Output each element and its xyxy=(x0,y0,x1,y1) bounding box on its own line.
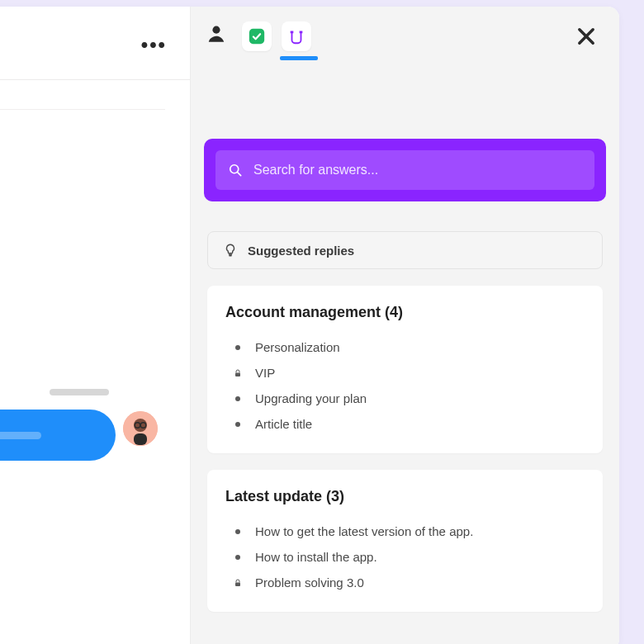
lightbulb-icon xyxy=(223,243,238,258)
search-icon xyxy=(227,162,244,178)
bullet-icon xyxy=(232,422,244,427)
article-label: Article title xyxy=(255,417,312,431)
article-item[interactable]: Personalization xyxy=(225,334,585,360)
avatar-illustration-icon xyxy=(123,411,158,446)
person-icon[interactable] xyxy=(206,23,227,45)
knowledge-panel: Search for answers... Suggested replies … xyxy=(190,7,619,644)
article-label: How to get the latest version of the app… xyxy=(255,524,473,538)
article-item[interactable]: How to install the app. xyxy=(225,544,585,570)
tab-app-help[interactable] xyxy=(282,21,311,51)
bullet-icon xyxy=(232,345,244,350)
section-title: Latest update (3) xyxy=(225,488,585,505)
avatar[interactable] xyxy=(123,411,158,446)
article-item[interactable]: Problem solving 3.0 xyxy=(225,570,585,595)
more-button[interactable]: ••• xyxy=(141,33,167,56)
section-card: Account management (4) Personalization V… xyxy=(207,286,603,453)
article-label: Problem solving 3.0 xyxy=(255,575,364,590)
article-label: How to install the app. xyxy=(255,550,377,564)
svg-rect-13 xyxy=(235,582,240,586)
bullet-icon xyxy=(232,555,244,560)
close-icon xyxy=(575,25,598,48)
divider xyxy=(0,109,165,110)
svg-point-6 xyxy=(212,26,220,34)
article-item[interactable]: Upgrading your plan xyxy=(225,386,585,411)
app-window: ••• xyxy=(0,7,619,644)
checkmark-app-icon xyxy=(248,27,266,45)
article-label: Personalization xyxy=(255,340,340,354)
article-item[interactable]: Article title xyxy=(225,411,585,437)
help-app-icon xyxy=(287,27,305,45)
svg-rect-7 xyxy=(249,29,264,44)
chat-bubble[interactable] xyxy=(0,410,116,461)
svg-rect-12 xyxy=(235,372,240,376)
search-placeholder: Search for answers... xyxy=(253,163,378,178)
search-banner: Search for answers... xyxy=(204,139,606,201)
svg-rect-2 xyxy=(134,433,147,445)
lock-icon xyxy=(232,578,244,588)
caption-placeholder xyxy=(50,389,109,395)
divider xyxy=(0,79,198,80)
article-label: Upgrading your plan xyxy=(255,391,367,405)
close-button[interactable] xyxy=(575,25,598,48)
panel-header xyxy=(191,7,619,66)
article-item[interactable]: How to get the latest version of the app… xyxy=(225,519,585,544)
message-placeholder xyxy=(0,432,41,439)
article-item[interactable]: VIP xyxy=(225,360,585,386)
section-title: Account management (4) xyxy=(225,304,585,321)
bullet-icon xyxy=(232,396,244,401)
active-tab-indicator xyxy=(280,56,318,60)
section-card: Latest update (3) How to get the latest … xyxy=(207,470,603,612)
tab-app-checkmark[interactable] xyxy=(242,21,272,51)
chat-area: ••• xyxy=(0,7,190,644)
search-input[interactable]: Search for answers... xyxy=(215,150,594,190)
lock-icon xyxy=(232,368,244,378)
article-label: VIP xyxy=(255,366,275,380)
svg-line-9 xyxy=(238,173,241,176)
suggested-replies-label: Suggested replies xyxy=(248,244,354,258)
bullet-icon xyxy=(232,529,244,534)
suggested-replies-button[interactable]: Suggested replies xyxy=(207,231,603,269)
